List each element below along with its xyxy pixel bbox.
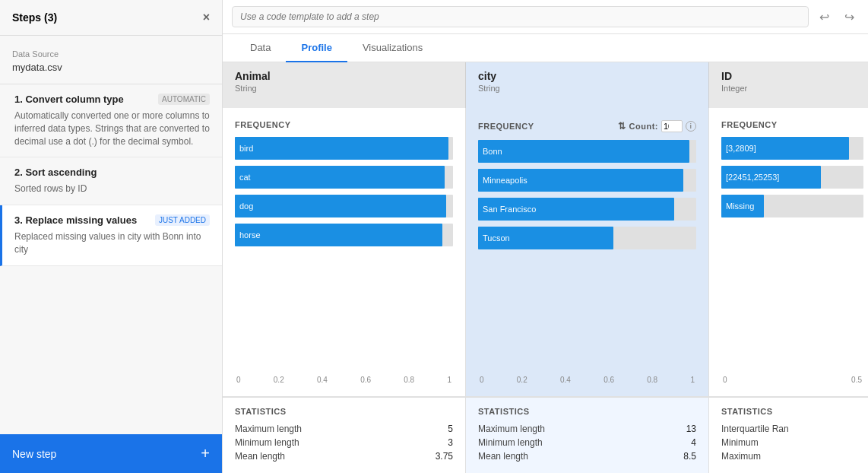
bar-container: Missing [721, 195, 863, 217]
chart-animal: FREQUENCY bird cat [223, 108, 466, 396]
redo-button[interactable]: ↪ [840, 7, 859, 27]
stat-row: Interquartile Ran [721, 422, 863, 436]
col-name-city: city [478, 70, 696, 82]
col-type-city: String [478, 84, 696, 93]
left-panel: Steps (3) × Data Source mydata.csv 1. Co… [0, 0, 223, 473]
step-item-1[interactable]: 1. Convert column type AUTOMATIC Automat… [0, 84, 222, 157]
stat-row: Maximum length 5 [235, 422, 453, 436]
stats-title-animal: STATISTICS [235, 407, 453, 416]
step-badge-3: JUST ADDED [155, 214, 210, 226]
bar-text: cat [239, 173, 251, 182]
chart-id: FREQUENCY [3,2809] [22451,25253] [709, 108, 868, 396]
bar-container: horse [235, 224, 453, 246]
step-title-1: 1. Convert column type [14, 94, 124, 105]
bar-text: bird [239, 144, 253, 153]
stat-label: Maximum [721, 451, 761, 462]
step-item-2[interactable]: 2. Sort ascending Sorted rows by ID [0, 157, 222, 205]
stat-value: 13 [686, 424, 696, 434]
bar-fill: dog [235, 195, 446, 217]
col-name-id: ID [721, 70, 863, 82]
toolbar: ↩ ↪ [223, 0, 868, 34]
step-desc-2: Sorted rows by ID [14, 183, 210, 195]
bar-row: cat [235, 166, 453, 189]
sort-icon[interactable]: ⇅ [618, 121, 626, 132]
stat-row: Minimum [721, 436, 863, 449]
bar-fill: cat [235, 166, 445, 189]
bar-fill: Tucson [478, 227, 613, 249]
stat-label: Interquartile Ran [721, 424, 789, 434]
step-desc-1: Automatically converted one or more colu… [14, 110, 210, 148]
code-template-input[interactable] [232, 6, 809, 27]
step-badge-1: AUTOMATIC [158, 94, 210, 105]
stats-title-id: STATISTICS [721, 407, 863, 416]
bar-text: horse [239, 230, 261, 240]
step-title-2: 2. Sort ascending [14, 167, 97, 178]
frequency-label-animal: FREQUENCY [235, 120, 453, 129]
bar-text: Missing [726, 202, 754, 211]
count-input[interactable] [661, 120, 683, 132]
bar-chart-id: [3,2809] [22451,25253] [721, 137, 863, 367]
step-desc-3: Replaced missing values in city with Bon… [14, 230, 210, 256]
chart-controls-city: ⇅ Count: i [618, 120, 696, 132]
plus-icon: + [201, 445, 210, 462]
bar-row: [22451,25253] [721, 166, 863, 189]
stat-row: Mean length 3.75 [235, 449, 453, 463]
new-step-button[interactable]: New step + [0, 434, 222, 473]
stats-row: STATISTICS Maximum length 5 Minimum leng… [223, 397, 868, 473]
stats-title-city: STATISTICS [478, 407, 696, 416]
bar-container: Bonn [478, 140, 696, 163]
bar-text: Bonn [483, 147, 502, 156]
bar-text: dog [239, 202, 253, 211]
bar-fill: [22451,25253] [721, 166, 821, 189]
step-item-3[interactable]: 3. Replace missing values JUST ADDED Rep… [0, 205, 222, 266]
stat-label: Minimum length [235, 437, 299, 448]
bar-chart-animal: bird cat dog [235, 137, 453, 367]
stat-value: 5 [448, 424, 453, 434]
data-source-section: Data Source mydata.csv [0, 42, 222, 84]
stat-label: Mean length [235, 451, 285, 462]
bar-container: bird [235, 137, 453, 160]
undo-button[interactable]: ↩ [815, 7, 834, 27]
bar-fill: San Francisco [478, 198, 674, 221]
bar-fill: horse [235, 224, 442, 246]
close-button[interactable]: × [203, 11, 210, 24]
tab-data[interactable]: Data [235, 34, 286, 62]
col-header-id: ID Integer [709, 62, 868, 108]
axis-labels-animal: 0 0.2 0.4 0.6 0.8 1 [235, 376, 453, 384]
bar-fill: [3,2809] [721, 137, 849, 160]
tabs-bar: Data Profile Visualizations [223, 34, 868, 62]
step-title-3: 3. Replace missing values [14, 214, 137, 226]
bar-row: San Francisco [478, 198, 696, 221]
bar-row: dog [235, 195, 453, 217]
data-source-file: mydata.csv [12, 62, 210, 73]
tab-visualizations[interactable]: Visualizations [347, 34, 438, 62]
bar-fill: Minneapolis [478, 169, 683, 192]
bar-container: Minneapolis [478, 169, 696, 192]
stat-value: 3.75 [436, 451, 453, 462]
stat-label: Minimum [721, 437, 759, 448]
tab-profile[interactable]: Profile [286, 34, 347, 62]
col-header-animal: Animal String [223, 62, 466, 108]
stat-label: Minimum length [478, 437, 543, 448]
bar-text: [22451,25253] [726, 173, 779, 182]
steps-title: Steps (3) [12, 11, 57, 24]
bar-row: Tucson [478, 227, 696, 249]
bar-text: [3,2809] [726, 144, 756, 153]
bar-text: San Francisco [483, 205, 536, 214]
axis-labels-id: 0 0.5 [721, 376, 863, 384]
info-icon[interactable]: i [686, 121, 696, 132]
bar-fill: bird [235, 137, 448, 160]
right-panel: ↩ ↪ Data Profile Visualizations Animal S… [223, 0, 868, 473]
stats-id: STATISTICS Interquartile Ran Minimum Max… [709, 398, 868, 473]
col-type-animal: String [235, 84, 453, 93]
steps-list: Data Source mydata.csv 1. Convert column… [0, 36, 222, 434]
frequency-label-city: FREQUENCY ⇅ Count: i [478, 120, 696, 132]
count-label: Count: [629, 122, 658, 131]
stat-label: Maximum length [235, 424, 302, 434]
bar-container: [3,2809] [721, 137, 863, 160]
steps-header: Steps (3) × [0, 0, 222, 36]
stat-label: Mean length [478, 451, 528, 462]
bar-row: Bonn [478, 140, 696, 163]
col-header-city: city String [466, 62, 709, 108]
bar-row: Missing [721, 195, 863, 217]
